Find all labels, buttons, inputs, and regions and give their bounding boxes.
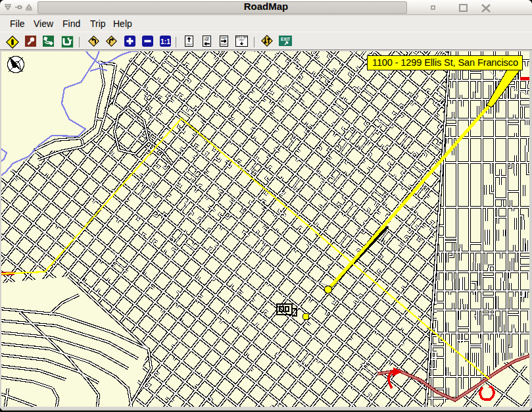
svg-text:1:1: 1:1 <box>160 38 170 45</box>
svg-text:RIGHT: RIGHT <box>220 43 228 46</box>
svg-text:ONLY: ONLY <box>239 39 245 41</box>
svg-text:ONLY: ONLY <box>186 43 193 46</box>
svg-text:1100 - 1299 Ellis St, San Fran: 1100 - 1299 Ellis St, San Francisco <box>372 57 518 68</box>
svg-text:WAY: WAY <box>205 39 210 41</box>
svg-text:EXIT: EXIT <box>281 37 290 41</box>
svg-text:KEEP: KEEP <box>221 37 228 39</box>
